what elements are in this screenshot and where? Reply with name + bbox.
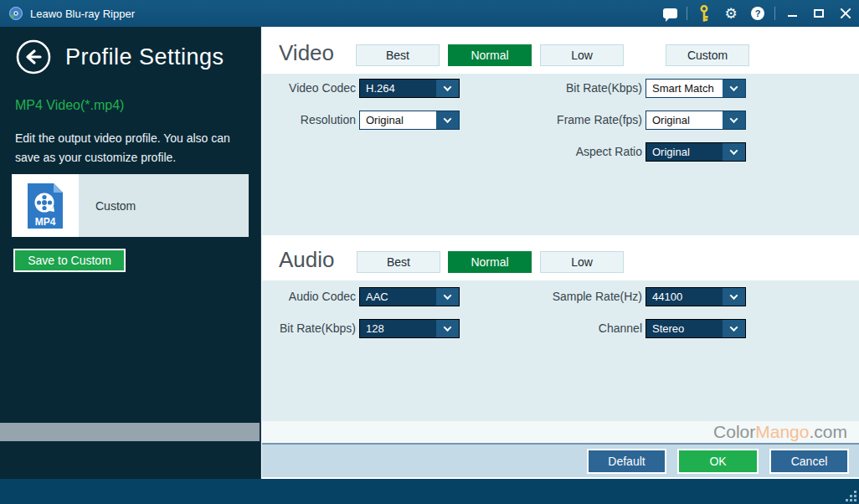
- titlebar-separator: [774, 7, 775, 20]
- audio-section-title: Audio: [279, 247, 335, 273]
- horizontal-scrollbar[interactable]: [0, 423, 260, 441]
- status-bar: [0, 479, 859, 504]
- custom-profile-item[interactable]: MP4 Custom: [12, 174, 249, 237]
- chevron-down-icon: [436, 320, 459, 337]
- audio-codec-label: Audio Codec: [262, 287, 356, 306]
- feedback-button[interactable]: [656, 0, 683, 27]
- disc-icon: [8, 6, 23, 21]
- settings-button[interactable]: ⚙: [718, 0, 744, 27]
- footer-button-bar: Default OK Cancel: [262, 443, 859, 477]
- profile-description: Edit the output video profile. You also …: [15, 129, 230, 167]
- resolution-label: Resolution: [262, 111, 356, 130]
- audio-bitrate-label: Bit Rate(Kbps): [262, 319, 356, 338]
- video-quality-custom-button[interactable]: Custom: [666, 44, 749, 66]
- audio-section-header: Audio Best Normal Low: [262, 235, 859, 280]
- svg-text:MP4: MP4: [35, 216, 56, 228]
- resize-grip-icon[interactable]: [844, 489, 857, 502]
- chevron-down-icon: [723, 320, 745, 337]
- chevron-down-icon: [723, 80, 745, 97]
- video-section-title: Video: [279, 40, 334, 66]
- back-arrow-icon: [28, 51, 40, 63]
- audio-settings-panel: Audio Codec AAC Bit Rate(Kbps) 128 Sampl…: [262, 280, 859, 421]
- minimize-icon: [788, 15, 797, 17]
- audio-quality-low-button[interactable]: Low: [540, 251, 624, 273]
- maximize-button[interactable]: [805, 0, 832, 27]
- frame-rate-select[interactable]: Original: [646, 111, 746, 130]
- video-settings-panel: Video Codec H.264 Resolution Original Bi…: [262, 74, 859, 235]
- video-codec-label: Video Codec: [262, 79, 356, 98]
- colormango-watermark: ColorMango.com: [713, 421, 847, 443]
- chevron-down-icon: [436, 288, 459, 306]
- resolution-select[interactable]: Original: [359, 111, 460, 130]
- custom-profile-label: Custom: [95, 199, 136, 213]
- chevron-down-icon: [723, 143, 745, 161]
- audio-codec-select[interactable]: AAC: [359, 287, 460, 306]
- channel-select[interactable]: Stereo: [646, 319, 746, 338]
- audio-quality-normal-button[interactable]: Normal: [448, 251, 532, 273]
- titlebar-separator: [687, 7, 687, 20]
- ok-button[interactable]: OK: [677, 449, 759, 474]
- aspect-ratio-select[interactable]: Original: [646, 142, 746, 162]
- chevron-down-icon: [436, 111, 459, 129]
- question-icon: ?: [751, 7, 764, 20]
- page-title: Profile Settings: [65, 44, 224, 70]
- frame-rate-label: Frame Rate(fps): [552, 111, 642, 130]
- help-button[interactable]: ?: [744, 0, 771, 27]
- back-button[interactable]: [15, 39, 52, 75]
- minimize-button[interactable]: [779, 0, 805, 27]
- video-codec-select[interactable]: H.264: [359, 79, 460, 98]
- titlebar: Leawo Blu-ray Ripper ⚙ ?: [0, 0, 859, 27]
- main-panel: Video Best Normal Low Custom Video Codec…: [262, 27, 859, 479]
- key-icon: [696, 5, 712, 22]
- save-to-custom-button[interactable]: Save to Custom: [13, 249, 126, 272]
- gear-icon: ⚙: [724, 7, 737, 21]
- channel-label: Channel: [552, 319, 642, 338]
- register-button[interactable]: [691, 0, 718, 27]
- sidebar: Profile Settings MP4 Video(*.mp4) Edit t…: [0, 27, 261, 479]
- cancel-button[interactable]: Cancel: [769, 449, 849, 474]
- audio-quality-best-button[interactable]: Best: [357, 251, 440, 273]
- chevron-down-icon: [436, 80, 459, 97]
- close-button[interactable]: [832, 0, 859, 27]
- maximize-icon: [814, 9, 824, 18]
- video-quality-best-button[interactable]: Best: [356, 44, 440, 66]
- video-quality-normal-button[interactable]: Normal: [448, 44, 532, 66]
- chevron-down-icon: [723, 288, 745, 306]
- sample-rate-label: Sample Rate(Hz): [552, 287, 642, 306]
- video-quality-low-button[interactable]: Low: [540, 44, 624, 66]
- default-button[interactable]: Default: [587, 449, 666, 474]
- close-icon: [840, 8, 851, 19]
- audio-bitrate-select[interactable]: 128: [359, 319, 460, 338]
- speech-bubble-icon: [663, 8, 677, 18]
- video-section-header: Video Best Normal Low Custom: [262, 27, 859, 74]
- app-window: Leawo Blu-ray Ripper ⚙ ?: [0, 0, 859, 504]
- watermark-strip: ColorMango.com: [262, 421, 859, 443]
- current-profile-name: MP4 Video(*.mp4): [15, 98, 124, 113]
- window-title: Leawo Blu-ray Ripper: [30, 8, 135, 20]
- video-bitrate-select[interactable]: Smart Match: [646, 79, 746, 98]
- mp4-file-icon: MP4: [26, 182, 64, 230]
- video-bitrate-label: Bit Rate(Kbps): [552, 79, 642, 98]
- sample-rate-select[interactable]: 44100: [646, 287, 746, 306]
- aspect-ratio-label: Aspect Ratio: [552, 142, 642, 162]
- chevron-down-icon: [723, 111, 745, 129]
